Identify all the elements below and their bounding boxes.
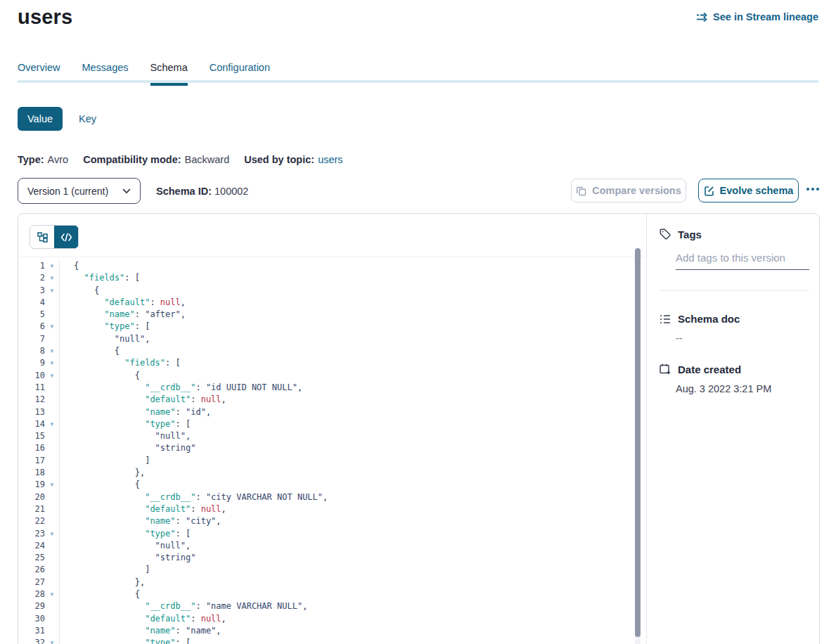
code-line: 14▼ "type": [ [18,418,646,430]
fold-spacer [45,491,59,503]
tree-view-button[interactable] [30,226,54,248]
code-text: { [59,345,120,357]
code-text: "null", [59,540,191,552]
meta-value-link[interactable]: users [318,154,342,165]
see-in-stream-lineage-link[interactable]: See in Stream lineage [696,11,818,22]
compare-versions-button[interactable]: Compare versions [571,179,686,202]
code-line: 18 }, [18,467,646,479]
date-created-title: Date created [678,363,741,375]
schema-id: Schema ID: 100002 [156,186,248,197]
fold-spacer [45,515,59,527]
date-created-value: Aug. 3 2022 3:21 PM [676,383,819,394]
fold-toggle-icon[interactable]: ▼ [45,637,59,644]
line-number: 25 [18,552,45,564]
code-view-button[interactable] [54,226,78,248]
tab-messages[interactable]: Messages [82,62,128,83]
line-number: 23 [18,528,45,540]
evolve-schema-button[interactable]: Evolve schema [698,179,799,202]
version-select-value: Version 1 (current) [27,186,108,197]
line-number: 13 [18,406,45,418]
code-line: 6▼ "type": [ [18,321,646,333]
code-text: "default": null, [59,503,226,515]
version-details-sidebar: Tags Schema doc -- Date created Au [647,214,819,644]
code-text: ] [59,564,150,576]
more-options-icon[interactable] [806,188,819,191]
line-number: 30 [18,613,45,625]
code-text: "type": [ [59,637,191,644]
schema-id-label: Schema ID: [156,186,212,197]
scrollbar-track[interactable] [635,248,641,644]
code-line: 31 "name": "name", [18,625,646,637]
stream-lineage-label: See in Stream lineage [713,11,818,22]
code-line: 32▼ "type": [ [18,637,646,644]
line-number: 12 [18,394,45,406]
fold-toggle-icon[interactable]: ▼ [45,528,59,540]
tab-configuration[interactable]: Configuration [210,62,270,83]
code-text: "default": null, [59,613,226,625]
meta-label: Type: [18,154,44,165]
code-line: 5 "name": "after", [18,309,646,321]
fold-spacer [45,333,59,345]
line-number: 20 [18,491,45,503]
code-text: "null", [59,333,150,345]
schema-meta-row: Type:AvroCompatibility mode:BackwardUsed… [18,154,343,165]
key-toggle-button[interactable]: Key [69,107,106,131]
code-text: "null", [59,430,191,442]
fold-toggle-icon[interactable]: ▼ [45,357,59,369]
fold-toggle-icon[interactable]: ▼ [45,321,59,333]
code-line: 15 "null", [18,430,646,442]
tab-overview[interactable]: Overview [18,62,60,83]
fold-toggle-icon[interactable]: ▼ [45,588,59,600]
fold-spacer [45,406,59,418]
version-select[interactable]: Version 1 (current) [18,178,141,204]
code-text: "name": "name", [59,625,221,637]
fold-spacer [45,467,59,479]
line-number: 7 [18,333,45,345]
code-text: ] [59,455,150,467]
tags-section-header: Tags [647,228,819,240]
code-text: "fields": [ [59,357,181,369]
value-toggle-button[interactable]: Value [18,107,63,131]
add-tags-input[interactable] [676,250,809,270]
compare-versions-label: Compare versions [592,185,681,196]
fold-toggle-icon[interactable]: ▼ [45,370,59,382]
code-line: 12 "default": null, [18,394,646,406]
line-number: 19 [18,479,45,491]
fold-spacer [45,600,59,612]
fold-toggle-icon[interactable]: ▼ [45,285,59,297]
code-line: 13 "name": "id", [18,406,646,418]
code-line: 29 "__crdb__": "name VARCHAR NULL", [18,600,646,612]
code-text: }, [59,467,145,479]
schema-code-editor[interactable]: 1▼{2▼ "fields": [3▼ {4 "default": null,5… [18,257,646,644]
fold-toggle-icon[interactable]: ▼ [45,479,59,491]
code-line: 3▼ { [18,285,646,297]
calendar-plus-icon [659,363,671,375]
code-text: "type": [ [59,528,191,540]
meta-label: Compatibility mode: [83,154,181,165]
tab-schema[interactable]: Schema [150,62,188,83]
scrollbar-thumb[interactable] [635,248,641,637]
line-number: 24 [18,540,45,552]
tags-title: Tags [678,228,702,240]
page-title: users [18,6,72,29]
fold-toggle-icon[interactable]: ▼ [45,345,59,357]
fold-toggle-icon[interactable]: ▼ [45,418,59,430]
line-number: 31 [18,625,45,637]
fold-spacer [45,625,59,637]
line-number: 21 [18,503,45,515]
line-number: 4 [18,297,45,309]
line-number: 9 [18,357,45,369]
edit-icon [704,186,714,196]
meta-label: Used by topic: [244,154,314,165]
fold-toggle-icon[interactable]: ▼ [45,260,59,272]
code-text: "fields": [ [59,272,140,284]
code-text: "name": "after", [59,309,186,321]
fold-spacer [45,297,59,309]
code-line: 22 "name": "city", [18,515,646,527]
code-text: }, [59,577,145,588]
fold-spacer [45,552,59,564]
schema-id-value: 100002 [214,186,248,197]
fold-spacer [45,455,59,467]
fold-toggle-icon[interactable]: ▼ [45,272,59,284]
list-icon [659,314,671,325]
